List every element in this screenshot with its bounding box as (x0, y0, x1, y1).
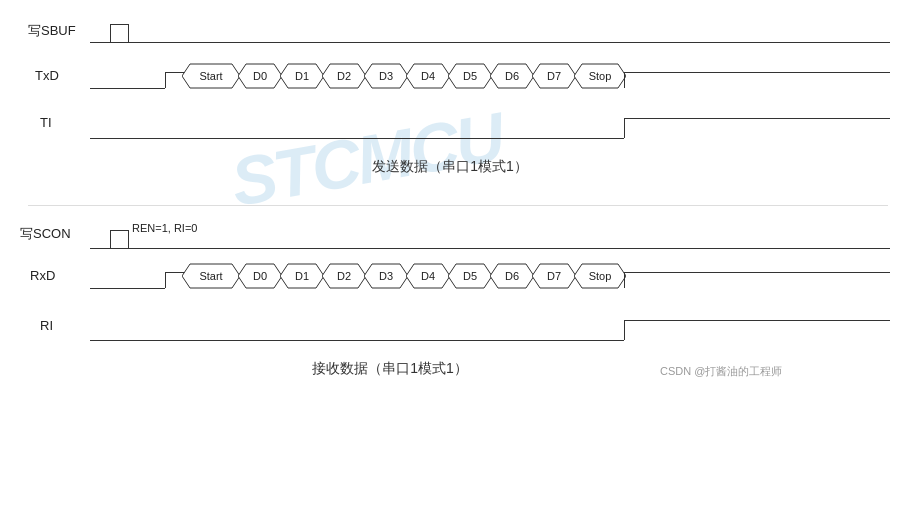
bottom-caption: 接收数据（串口1模式1） (160, 360, 620, 378)
svg-text:D2: D2 (337, 70, 351, 82)
label-ren-ri: REN=1, RI=0 (132, 222, 197, 234)
ri-low-line (90, 340, 624, 341)
rxd-seg-d0: D0 (238, 262, 282, 290)
scon-pulse-down (128, 230, 129, 248)
rxd-pre-line (90, 288, 165, 289)
svg-text:D5: D5 (463, 70, 477, 82)
csdn-label: CSDN @打酱油的工程师 (660, 364, 782, 379)
txd-drop (165, 72, 166, 88)
scon-pulse-up (110, 230, 111, 248)
rxd-seg-d6: D6 (490, 262, 534, 290)
svg-text:D5: D5 (463, 270, 477, 282)
ti-high-line (624, 118, 890, 119)
txd-seg-d2: D2 (322, 62, 366, 90)
svg-text:D2: D2 (337, 270, 351, 282)
txd-seg-d1: D1 (280, 62, 324, 90)
ri-rise (624, 320, 625, 340)
label-ti: TI (40, 115, 52, 130)
rxd-drop (165, 272, 166, 288)
svg-text:D4: D4 (421, 70, 435, 82)
section-divider (28, 205, 888, 206)
svg-text:Stop: Stop (589, 70, 612, 82)
txd-seg-d0: D0 (238, 62, 282, 90)
ri-high-line (624, 320, 890, 321)
scon-pulse-top (110, 230, 128, 231)
svg-text:Start: Start (199, 70, 222, 82)
rxd-seg-d3: D3 (364, 262, 408, 290)
label-ri: RI (40, 318, 53, 333)
rxd-post-line (624, 272, 890, 273)
svg-text:D3: D3 (379, 70, 393, 82)
txd-seg-start: Start (182, 62, 240, 90)
label-txd: TxD (35, 68, 59, 83)
txd-seg-d6: D6 (490, 62, 534, 90)
rxd-seg-d7: D7 (532, 262, 576, 290)
svg-text:Stop: Stop (589, 270, 612, 282)
top-caption: 发送数据（串口1模式1） (200, 158, 700, 176)
txd-seg-stop: Stop (574, 62, 626, 90)
svg-text:D6: D6 (505, 270, 519, 282)
txd-seg-d4: D4 (406, 62, 450, 90)
ti-rise (624, 118, 625, 138)
rxd-seg-d2: D2 (322, 262, 366, 290)
svg-text:D4: D4 (421, 270, 435, 282)
rxd-seg-d1: D1 (280, 262, 324, 290)
rxd-seg-start: Start (182, 262, 240, 290)
label-rxd: RxD (30, 268, 55, 283)
scon-baseline (90, 248, 890, 249)
ti-low-line (90, 138, 624, 139)
rxd-seg-d4: D4 (406, 262, 450, 290)
svg-text:D3: D3 (379, 270, 393, 282)
txd-post-line (624, 72, 890, 73)
svg-text:D7: D7 (547, 270, 561, 282)
sbuf-pulse-up (110, 24, 111, 42)
svg-text:D6: D6 (505, 70, 519, 82)
txd-seg-d3: D3 (364, 62, 408, 90)
rxd-seg-d5: D5 (448, 262, 492, 290)
svg-text:Start: Start (199, 270, 222, 282)
rxd-rise-after-stop (624, 272, 625, 288)
txd-seg-d5: D5 (448, 62, 492, 90)
label-write-scon: 写SCON (20, 225, 71, 243)
svg-text:D7: D7 (547, 70, 561, 82)
txd-pre-line (90, 88, 165, 89)
txd-seg-d7: D7 (532, 62, 576, 90)
svg-text:D1: D1 (295, 70, 309, 82)
svg-text:D1: D1 (295, 270, 309, 282)
sbuf-pulse-top (110, 24, 128, 25)
sbuf-pulse-down (128, 24, 129, 42)
txd-rise-after-stop (624, 72, 625, 88)
svg-text:D0: D0 (253, 70, 267, 82)
label-write-sbuf: 写SBUF (28, 22, 76, 40)
sbuf-baseline (90, 42, 890, 43)
svg-text:D0: D0 (253, 270, 267, 282)
rxd-seg-stop: Stop (574, 262, 626, 290)
